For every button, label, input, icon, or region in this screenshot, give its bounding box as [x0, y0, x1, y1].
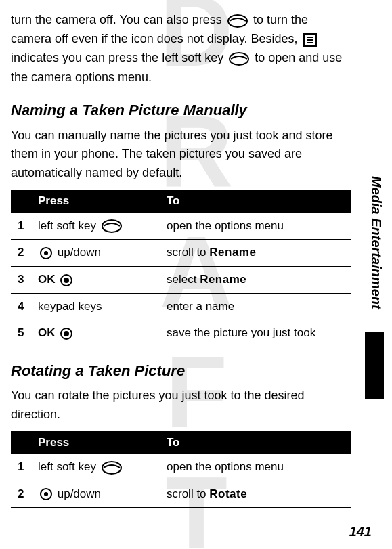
step-press: OK — [31, 320, 160, 347]
step-press: left soft key — [31, 454, 160, 481]
step-press: up/down — [31, 240, 160, 267]
step-num: 2 — [11, 481, 31, 508]
page-number: 141 — [349, 524, 372, 540]
step-num: 1 — [11, 213, 31, 240]
section-naming-desc: You can manually name the pictures you j… — [11, 127, 343, 183]
intro-text-3: indicates you can press the left soft ke… — [11, 51, 227, 64]
softkey-icon — [101, 217, 123, 235]
step-press: up/down — [31, 481, 160, 508]
step-num: 4 — [11, 293, 31, 320]
nav-circle-icon — [39, 485, 53, 503]
intro-text-1: turn the camera off. You can also press — [11, 13, 225, 26]
step-to: scroll to Rename — [160, 240, 351, 267]
table-row: 5 OK save the picture you just took — [11, 320, 351, 347]
menu-label: Rename — [200, 273, 246, 286]
svg-point-8 — [44, 251, 48, 255]
step-to: scroll to Rotate — [160, 481, 351, 508]
step-press: OK — [31, 266, 160, 293]
svg-point-10 — [64, 278, 69, 283]
col-blank — [11, 190, 31, 213]
step-to: open the options menu — [160, 454, 351, 481]
table-row: 2 up/down scroll to Rotate — [11, 481, 351, 508]
col-press: Press — [31, 431, 160, 454]
to-text: select — [167, 273, 200, 286]
svg-point-13 — [102, 462, 121, 474]
center-key-icon — [60, 324, 73, 342]
press-text: up/down — [58, 246, 101, 259]
step-press: keypad keys — [31, 293, 160, 320]
menu-list-icon — [303, 30, 318, 49]
table-header-row: Press To — [11, 190, 351, 213]
svg-point-6 — [102, 220, 121, 232]
to-text: scroll to — [167, 246, 209, 259]
table-row: 2 up/down scroll to Rename — [11, 240, 351, 267]
intro-paragraph: turn the camera off. You can also press … — [11, 11, 343, 87]
table-row: 4 keypad keys enter a name — [11, 293, 351, 320]
menu-label: Rotate — [209, 487, 247, 500]
svg-point-15 — [44, 492, 48, 496]
softkey-icon — [101, 458, 123, 476]
to-text: scroll to — [167, 487, 209, 500]
ok-label: OK — [38, 326, 56, 339]
page-content: turn the camera off. You can also press … — [0, 0, 392, 521]
step-num: 2 — [11, 240, 31, 267]
svg-point-5 — [230, 53, 248, 65]
section-rotating-title: Rotating a Taken Picture — [11, 359, 351, 382]
ok-label: OK — [38, 273, 56, 286]
naming-steps-table: Press To 1 left soft key open the option… — [11, 190, 351, 347]
press-text: left soft key — [38, 460, 100, 473]
press-text: left soft key — [38, 219, 100, 232]
table-header-row: Press To — [11, 431, 351, 454]
col-blank — [11, 431, 31, 454]
rotating-steps-table: Press To 1 left soft key open the option… — [11, 431, 351, 508]
step-num: 5 — [11, 320, 31, 347]
step-to: enter a name — [160, 293, 351, 320]
softkey-icon — [227, 11, 248, 30]
section-rotating-desc: You can rotate the pictures you just too… — [11, 387, 343, 424]
menu-label: Rename — [209, 246, 256, 259]
step-num: 3 — [11, 266, 31, 293]
press-text: up/down — [58, 487, 101, 500]
step-num: 1 — [11, 454, 31, 481]
col-press: Press — [31, 190, 160, 213]
center-key-icon — [60, 271, 73, 288]
section-naming-title: Naming a Taken Picture Manually — [11, 99, 351, 122]
col-to: To — [160, 431, 351, 454]
nav-circle-icon — [39, 244, 53, 262]
step-press: left soft key — [31, 213, 160, 240]
step-to: open the options menu — [160, 213, 351, 240]
table-row: 1 left soft key open the options menu — [11, 213, 351, 240]
table-row: 3 OK select Rename — [11, 266, 351, 293]
col-to: To — [160, 190, 351, 213]
svg-point-0 — [228, 15, 247, 27]
step-to: select Rename — [160, 266, 351, 293]
step-to: save the picture you just took — [160, 320, 351, 347]
svg-point-12 — [64, 331, 69, 336]
softkey-icon — [228, 49, 250, 68]
table-row: 1 left soft key open the options menu — [11, 454, 351, 481]
